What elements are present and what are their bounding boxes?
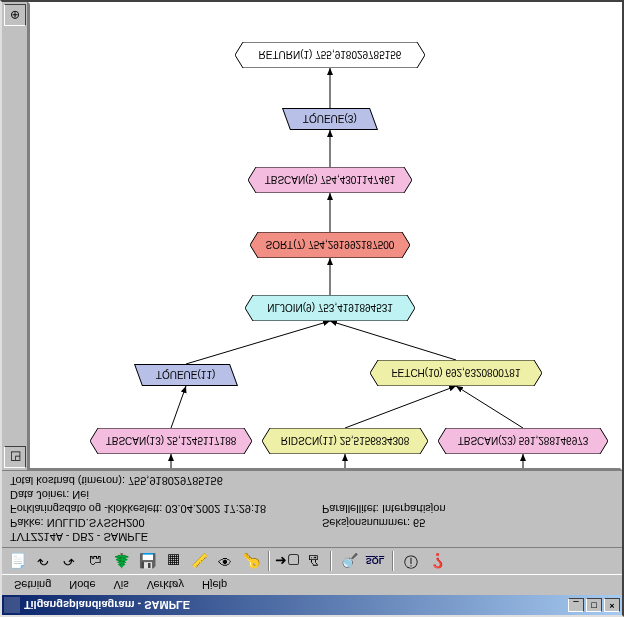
info-parallel: Parallellitet: Interpartisjon [322,503,614,515]
view-icon[interactable]: 👁 [214,550,236,572]
file-icon[interactable]: 🗂 [84,550,106,572]
node-tqueue11[interactable]: TQUEUE(11) [138,364,234,386]
node-label: RIDSCN(11) 25,5156834308 [262,428,428,454]
node-tbscan23[interactable]: TBSCAN(23) 591,288146973 [438,428,608,454]
window-buttons: _ □ × [568,598,620,612]
menubar: Setning Node Vis Verktøy Hjelp [2,575,622,595]
side-tools: ◳ ⊕ [2,2,28,470]
node-label: TBSCAN(5) 754,4301147461 [248,167,412,193]
content: ◳ ⊕ TBSCAN(13) 25,1245117188RIDSCN(11) 2… [2,2,622,470]
zoom-button[interactable]: ⊕ [4,4,26,26]
svg-line-5 [456,386,523,428]
app-icon [4,597,20,613]
toolbar-sep [392,551,394,571]
svg-line-7 [330,321,456,360]
node-ridscn11[interactable]: RIDSCN(11) 25,5156834308 [262,428,428,454]
info-datajoiner: Data Joiner: Nei [10,489,614,501]
info-totalcost: Total kostnad (timeron): 755,91802978515… [10,475,614,487]
menu-setning[interactable]: Setning [6,577,59,593]
node-tqueue3[interactable]: TQUEUE(3) [286,108,374,130]
node-label: TQUEUE(3) [303,114,357,125]
node-label: TBSCAN(13) 25,1245117188 [90,428,252,454]
node-sort7[interactable]: SORT(7) 754,291992187500 [250,232,410,258]
doc-icon[interactable]: 📄 [6,550,28,572]
redo-icon[interactable]: ↷ [58,550,80,572]
toolbar-sep [330,551,332,571]
menu-hjelp[interactable]: Hjelp [194,577,235,593]
info-timestamp: Forklaringsdato og -klokkeslett: 03.04.2… [10,503,302,515]
node-label: TBSCAN(23) 591,288146973 [438,428,608,454]
info-panel: TVTZ214A - DB2 - SAMPLE Pakke: NULLID.SY… [2,470,622,547]
print-icon[interactable]: 🖨 [302,550,324,572]
diagram-canvas[interactable]: TBSCAN(13) 25,1245117188RIDSCN(11) 25,51… [28,2,622,470]
grid-icon[interactable]: ▦ [162,550,184,572]
info-package: Pakke: NULLID.SYSSH200 [10,517,302,529]
ruler-icon[interactable]: 📏 [188,550,210,572]
node-label: SORT(7) 754,291992187500 [250,232,410,258]
minimize-button[interactable]: _ [568,598,584,612]
toolbar-sep [268,551,270,571]
side-spacer [4,28,25,444]
node-label: FETCH(10) 692,6320800781 [370,360,542,386]
sql-icon[interactable]: SQL [364,550,386,572]
info-source: TVTZ214A - DB2 - SAMPLE [10,531,614,543]
svg-line-3 [171,386,186,428]
titlebar: Tilgangsplandiagram - SAMPLE _ □ × [2,595,622,615]
info-section: Seksjonsnummer: 65 [322,517,614,529]
goto-icon[interactable]: ➜▢ [276,550,298,572]
node-label: NLJOIN(9) 753,4191894531 [245,295,415,321]
toolbar: 📄 ↶ ↷ 🗂 🌲 💾 ▦ 📏 👁 🔑 ➜▢ 🖨 🔍 SQL ⓘ ❓ [2,547,622,575]
help-icon[interactable]: ❓ [426,550,448,572]
node-return1[interactable]: RETURN(1) 755,918029785156 [235,42,425,68]
node-fetch10[interactable]: FETCH(10) 692,6320800781 [370,360,542,386]
overview-button[interactable]: ◳ [4,446,26,468]
node-label: RETURN(1) 755,918029785156 [235,42,425,68]
node-label: TQUEUE(11) [156,370,215,381]
svg-line-4 [345,386,456,428]
menu-vis[interactable]: Vis [106,577,137,593]
key-icon[interactable]: 🔑 [240,550,262,572]
save-icon[interactable]: 💾 [136,550,158,572]
maximize-button[interactable]: □ [586,598,602,612]
svg-line-6 [186,321,330,364]
tree-icon[interactable]: 🌲 [110,550,132,572]
zoomin-icon[interactable]: 🔍 [338,550,360,572]
node-tbscan13[interactable]: TBSCAN(13) 25,1245117188 [90,428,252,454]
node-tbscan5[interactable]: TBSCAN(5) 754,4301147461 [248,167,412,193]
close-button[interactable]: × [604,598,620,612]
undo-icon[interactable]: ↶ [32,550,54,572]
menu-node[interactable]: Node [61,577,103,593]
window-title: Tilgangsplandiagram - SAMPLE [24,599,568,611]
node-nljoin9[interactable]: NLJOIN(9) 753,4191894531 [245,295,415,321]
menu-verktoy[interactable]: Verktøy [139,577,192,593]
info-icon[interactable]: ⓘ [400,550,422,572]
